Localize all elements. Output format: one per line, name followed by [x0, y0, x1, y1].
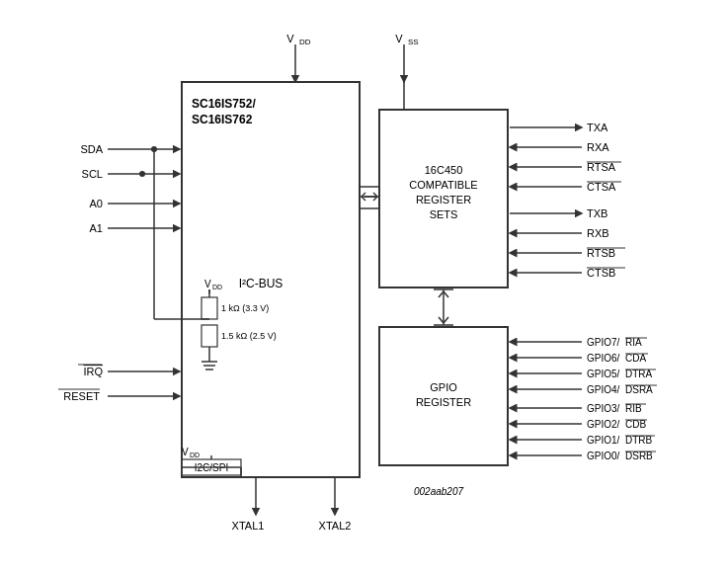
- irq-label: IRQ: [83, 366, 103, 377]
- chip-name-line1: SC16IS752/: [192, 97, 256, 111]
- gpio6-cda-label: GPIO6/: [587, 353, 620, 364]
- svg-rect-27: [202, 325, 217, 347]
- svg-point-78: [139, 171, 145, 177]
- gpio3-rib-overline: RIB: [625, 403, 642, 414]
- resistor1-label: 1 kΩ (3.3 V): [221, 303, 269, 313]
- vdd-top-label: V: [286, 33, 294, 44]
- vdd-resistor-label: V: [204, 279, 211, 289]
- gpio0-dsrb-label: GPIO0/: [587, 451, 620, 461]
- vdd-bottom-label: V: [182, 447, 189, 457]
- gpio6-cda-overline: CDA: [625, 353, 646, 364]
- vss-top-sub: SS: [408, 38, 419, 46]
- sda-label: SDA: [80, 143, 103, 155]
- gpio5-dtra-label: GPIO5/: [587, 369, 620, 379]
- i2c-bus-label: I²C-BUS: [238, 277, 283, 290]
- reg-label-4: SETS: [429, 208, 457, 220]
- chip-name-line2: SC16IS762: [192, 113, 253, 126]
- xtal2-label: XTAL2: [318, 520, 351, 532]
- rxa-label: RXA: [587, 141, 609, 153]
- vdd-resistor-sub: DD: [212, 284, 222, 290]
- gpio1-dtrb-label: GPIO1/: [587, 435, 620, 446]
- gpio5-dtra-overline: DTRA: [625, 369, 653, 379]
- a1-label: A1: [89, 222, 102, 234]
- rtsa-label: RTSA: [587, 161, 616, 173]
- block-diagram: V DD V SS SC16IS752/ SC16IS762 I²C-BUS 1…: [29, 21, 700, 554]
- gpio4-dsra-label: GPIO4/: [587, 384, 620, 395]
- xtal1-label: XTAL1: [231, 520, 264, 532]
- gpio0-dsrb-overline: DSRB: [625, 451, 653, 461]
- vdd-top-sub: DD: [299, 38, 311, 46]
- reg-label-2: COMPATIBLE: [409, 179, 477, 191]
- svg-rect-26: [202, 297, 217, 319]
- txb-label: TXB: [587, 207, 607, 219]
- scl-label: SCL: [81, 168, 102, 180]
- gpio1-dtrb-overline: DTRB: [625, 435, 653, 446]
- gpio-label-2: REGISTER: [415, 396, 470, 408]
- ctsb-label: CTSB: [587, 267, 615, 279]
- figure-label: 002aab207: [413, 486, 462, 497]
- ctsa-label: CTSA: [587, 181, 616, 193]
- reg-label-1: 16C450: [424, 164, 462, 176]
- vss-top-label: V: [395, 33, 403, 44]
- gpio7-ria-overline: RIA: [625, 337, 642, 348]
- gpio2-cdb-label: GPIO2/: [587, 419, 620, 430]
- vdd-bottom-sub: DD: [190, 452, 200, 458]
- reset-label: RESET: [63, 390, 100, 402]
- gpio4-dsra-overline: DSRA: [625, 384, 653, 395]
- rtsb-label: RTSB: [587, 247, 615, 259]
- resistor2-label: 1.5 kΩ (2.5 V): [221, 331, 277, 341]
- gpio3-rib-label: GPIO3/: [587, 403, 620, 414]
- rxb-label: RXB: [587, 227, 609, 239]
- gpio2-cdb-overline: CDB: [625, 419, 646, 430]
- gpio7-ria-label: GPIO7/: [587, 337, 620, 348]
- reg-label-3: REGISTER: [415, 194, 470, 205]
- gpio-label-1: GPIO: [430, 381, 457, 393]
- a0-label: A0: [89, 198, 102, 209]
- txa-label: TXA: [587, 122, 608, 133]
